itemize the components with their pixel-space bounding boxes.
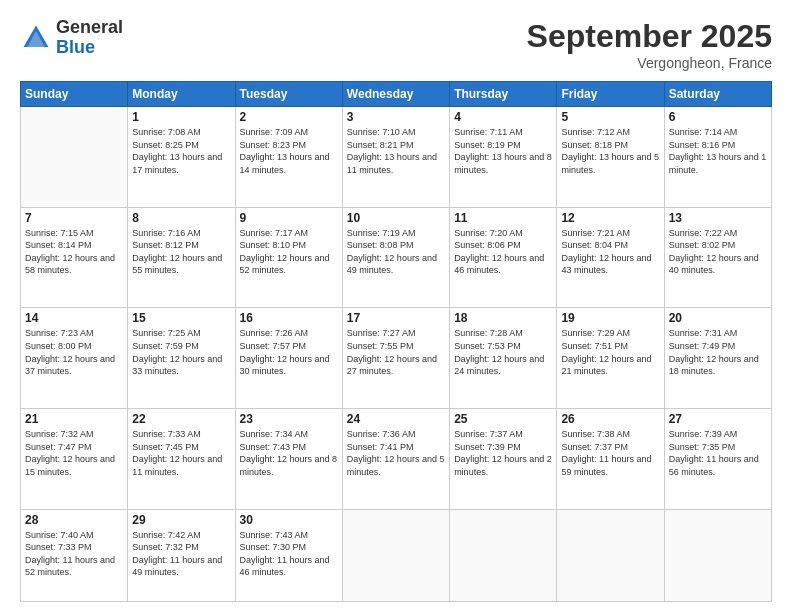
day-info: Sunrise: 7:28 AM Sunset: 7:53 PM Dayligh… <box>454 327 552 377</box>
location: Vergongheon, France <box>527 55 772 71</box>
table-row: 26Sunrise: 7:38 AM Sunset: 7:37 PM Dayli… <box>557 408 664 509</box>
table-row: 11Sunrise: 7:20 AM Sunset: 8:06 PM Dayli… <box>450 207 557 308</box>
day-number: 11 <box>454 211 552 225</box>
table-row: 24Sunrise: 7:36 AM Sunset: 7:41 PM Dayli… <box>342 408 449 509</box>
table-row: 2Sunrise: 7:09 AM Sunset: 8:23 PM Daylig… <box>235 107 342 208</box>
col-monday: Monday <box>128 82 235 107</box>
table-row: 15Sunrise: 7:25 AM Sunset: 7:59 PM Dayli… <box>128 308 235 409</box>
day-number: 5 <box>561 110 659 124</box>
page: General Blue September 2025 Vergongheon,… <box>0 0 792 612</box>
table-row <box>342 509 449 601</box>
day-number: 26 <box>561 412 659 426</box>
table-row <box>450 509 557 601</box>
day-info: Sunrise: 7:19 AM Sunset: 8:08 PM Dayligh… <box>347 227 445 277</box>
day-info: Sunrise: 7:38 AM Sunset: 7:37 PM Dayligh… <box>561 428 659 478</box>
col-saturday: Saturday <box>664 82 771 107</box>
day-info: Sunrise: 7:40 AM Sunset: 7:33 PM Dayligh… <box>25 529 123 579</box>
day-number: 29 <box>132 513 230 527</box>
title-block: September 2025 Vergongheon, France <box>527 18 772 71</box>
day-number: 10 <box>347 211 445 225</box>
day-number: 25 <box>454 412 552 426</box>
day-info: Sunrise: 7:27 AM Sunset: 7:55 PM Dayligh… <box>347 327 445 377</box>
day-number: 24 <box>347 412 445 426</box>
table-row: 22Sunrise: 7:33 AM Sunset: 7:45 PM Dayli… <box>128 408 235 509</box>
day-info: Sunrise: 7:39 AM Sunset: 7:35 PM Dayligh… <box>669 428 767 478</box>
table-row: 17Sunrise: 7:27 AM Sunset: 7:55 PM Dayli… <box>342 308 449 409</box>
col-tuesday: Tuesday <box>235 82 342 107</box>
table-row: 16Sunrise: 7:26 AM Sunset: 7:57 PM Dayli… <box>235 308 342 409</box>
day-info: Sunrise: 7:09 AM Sunset: 8:23 PM Dayligh… <box>240 126 338 176</box>
day-number: 18 <box>454 311 552 325</box>
table-row: 9Sunrise: 7:17 AM Sunset: 8:10 PM Daylig… <box>235 207 342 308</box>
table-row: 1Sunrise: 7:08 AM Sunset: 8:25 PM Daylig… <box>128 107 235 208</box>
table-row: 23Sunrise: 7:34 AM Sunset: 7:43 PM Dayli… <box>235 408 342 509</box>
month-title: September 2025 <box>527 18 772 55</box>
day-info: Sunrise: 7:11 AM Sunset: 8:19 PM Dayligh… <box>454 126 552 176</box>
day-number: 14 <box>25 311 123 325</box>
day-info: Sunrise: 7:36 AM Sunset: 7:41 PM Dayligh… <box>347 428 445 478</box>
table-row: 28Sunrise: 7:40 AM Sunset: 7:33 PM Dayli… <box>21 509 128 601</box>
day-info: Sunrise: 7:26 AM Sunset: 7:57 PM Dayligh… <box>240 327 338 377</box>
day-info: Sunrise: 7:21 AM Sunset: 8:04 PM Dayligh… <box>561 227 659 277</box>
day-number: 2 <box>240 110 338 124</box>
logo-line2: Blue <box>56 38 123 58</box>
table-row <box>664 509 771 601</box>
logo-text: General Blue <box>56 18 123 58</box>
day-info: Sunrise: 7:22 AM Sunset: 8:02 PM Dayligh… <box>669 227 767 277</box>
day-info: Sunrise: 7:43 AM Sunset: 7:30 PM Dayligh… <box>240 529 338 579</box>
table-row: 25Sunrise: 7:37 AM Sunset: 7:39 PM Dayli… <box>450 408 557 509</box>
day-info: Sunrise: 7:31 AM Sunset: 7:49 PM Dayligh… <box>669 327 767 377</box>
day-number: 17 <box>347 311 445 325</box>
col-sunday: Sunday <box>21 82 128 107</box>
day-info: Sunrise: 7:16 AM Sunset: 8:12 PM Dayligh… <box>132 227 230 277</box>
day-info: Sunrise: 7:34 AM Sunset: 7:43 PM Dayligh… <box>240 428 338 478</box>
header: General Blue September 2025 Vergongheon,… <box>20 18 772 71</box>
day-number: 8 <box>132 211 230 225</box>
table-row: 5Sunrise: 7:12 AM Sunset: 8:18 PM Daylig… <box>557 107 664 208</box>
day-number: 13 <box>669 211 767 225</box>
day-number: 19 <box>561 311 659 325</box>
logo-icon <box>20 22 52 54</box>
day-info: Sunrise: 7:29 AM Sunset: 7:51 PM Dayligh… <box>561 327 659 377</box>
table-row <box>557 509 664 601</box>
day-info: Sunrise: 7:15 AM Sunset: 8:14 PM Dayligh… <box>25 227 123 277</box>
day-number: 4 <box>454 110 552 124</box>
table-row: 3Sunrise: 7:10 AM Sunset: 8:21 PM Daylig… <box>342 107 449 208</box>
table-row: 10Sunrise: 7:19 AM Sunset: 8:08 PM Dayli… <box>342 207 449 308</box>
table-row: 30Sunrise: 7:43 AM Sunset: 7:30 PM Dayli… <box>235 509 342 601</box>
col-wednesday: Wednesday <box>342 82 449 107</box>
day-number: 9 <box>240 211 338 225</box>
day-number: 7 <box>25 211 123 225</box>
table-row: 27Sunrise: 7:39 AM Sunset: 7:35 PM Dayli… <box>664 408 771 509</box>
table-row: 8Sunrise: 7:16 AM Sunset: 8:12 PM Daylig… <box>128 207 235 308</box>
day-info: Sunrise: 7:32 AM Sunset: 7:47 PM Dayligh… <box>25 428 123 478</box>
table-row: 6Sunrise: 7:14 AM Sunset: 8:16 PM Daylig… <box>664 107 771 208</box>
day-number: 15 <box>132 311 230 325</box>
day-info: Sunrise: 7:17 AM Sunset: 8:10 PM Dayligh… <box>240 227 338 277</box>
day-number: 3 <box>347 110 445 124</box>
day-number: 6 <box>669 110 767 124</box>
day-info: Sunrise: 7:14 AM Sunset: 8:16 PM Dayligh… <box>669 126 767 176</box>
col-friday: Friday <box>557 82 664 107</box>
day-info: Sunrise: 7:33 AM Sunset: 7:45 PM Dayligh… <box>132 428 230 478</box>
day-number: 20 <box>669 311 767 325</box>
table-row: 18Sunrise: 7:28 AM Sunset: 7:53 PM Dayli… <box>450 308 557 409</box>
day-number: 30 <box>240 513 338 527</box>
day-number: 1 <box>132 110 230 124</box>
day-number: 22 <box>132 412 230 426</box>
day-info: Sunrise: 7:42 AM Sunset: 7:32 PM Dayligh… <box>132 529 230 579</box>
table-row: 20Sunrise: 7:31 AM Sunset: 7:49 PM Dayli… <box>664 308 771 409</box>
day-info: Sunrise: 7:20 AM Sunset: 8:06 PM Dayligh… <box>454 227 552 277</box>
table-row: 14Sunrise: 7:23 AM Sunset: 8:00 PM Dayli… <box>21 308 128 409</box>
day-number: 16 <box>240 311 338 325</box>
table-row: 4Sunrise: 7:11 AM Sunset: 8:19 PM Daylig… <box>450 107 557 208</box>
day-number: 12 <box>561 211 659 225</box>
table-row: 13Sunrise: 7:22 AM Sunset: 8:02 PM Dayli… <box>664 207 771 308</box>
logo: General Blue <box>20 18 123 58</box>
day-number: 27 <box>669 412 767 426</box>
day-info: Sunrise: 7:37 AM Sunset: 7:39 PM Dayligh… <box>454 428 552 478</box>
calendar-header-row: Sunday Monday Tuesday Wednesday Thursday… <box>21 82 772 107</box>
day-info: Sunrise: 7:25 AM Sunset: 7:59 PM Dayligh… <box>132 327 230 377</box>
table-row: 19Sunrise: 7:29 AM Sunset: 7:51 PM Dayli… <box>557 308 664 409</box>
day-info: Sunrise: 7:23 AM Sunset: 8:00 PM Dayligh… <box>25 327 123 377</box>
